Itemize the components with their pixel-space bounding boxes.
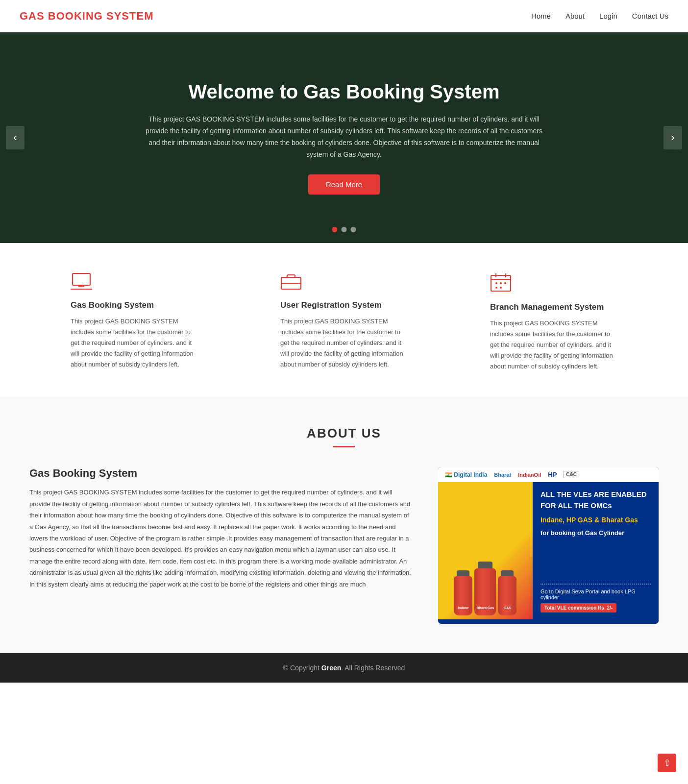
cylinder-body: Indane bbox=[454, 576, 472, 615]
lpg-text-block: ALL THE VLEs ARE ENABLED FOR ALL THE OMC… bbox=[541, 489, 651, 537]
cylinder-bharat: BharatGas bbox=[474, 562, 496, 615]
svg-point-10 bbox=[500, 282, 502, 284]
features-section: Gas Booking System This project GAS BOOK… bbox=[0, 243, 688, 396]
svg-point-13 bbox=[500, 287, 502, 289]
laptop-icon bbox=[71, 272, 198, 293]
feature-branch-mgmt-text: This project GAS BOOKING SYSTEM includes… bbox=[490, 318, 617, 372]
svg-point-11 bbox=[504, 282, 506, 284]
carousel-dot-1[interactable] bbox=[332, 227, 338, 232]
feature-user-reg-text: This project GAS BOOKING SYSTEM includes… bbox=[280, 316, 408, 370]
lpg-body: Indane BharatGas bbox=[438, 482, 659, 619]
feature-user-registration: User Registration System This project GA… bbox=[270, 272, 418, 372]
carousel-dot-2[interactable] bbox=[342, 227, 347, 232]
navbar-link-login[interactable]: Login bbox=[599, 12, 617, 20]
feature-user-reg-title: User Registration System bbox=[280, 300, 408, 310]
navbar: GAS BOOKING SYSTEM HomeAboutLoginContact… bbox=[0, 0, 688, 32]
footer-suffix: . All Rights Reserved bbox=[341, 664, 405, 672]
about-section: ABOUT US Gas Booking System This project… bbox=[0, 396, 688, 653]
cylinder-indane: Indane bbox=[454, 570, 472, 615]
cylinder-body-hp: GAS bbox=[498, 576, 516, 615]
feature-branch-management: Branch Management System This project GA… bbox=[480, 272, 627, 372]
svg-point-12 bbox=[495, 287, 497, 289]
carousel-prev-button[interactable]: ‹ bbox=[6, 126, 25, 149]
carousel-dots bbox=[332, 227, 356, 232]
hero-content: Welcome to Gas Booking System This proje… bbox=[123, 81, 565, 194]
navbar-brand: GAS BOOKING SYSTEM bbox=[20, 10, 153, 23]
about-title: Gas Booking System bbox=[29, 467, 414, 480]
navbar-link-about[interactable]: About bbox=[565, 12, 585, 20]
hero-section: Welcome to Gas Booking System This proje… bbox=[0, 32, 688, 243]
about-content: Gas Booking System This project GAS BOOK… bbox=[29, 467, 659, 624]
feature-gas-booking-text: This project GAS BOOKING SYSTEM includes… bbox=[71, 316, 198, 370]
read-more-button[interactable]: Read More bbox=[308, 174, 380, 195]
feature-branch-mgmt-title: Branch Management System bbox=[490, 302, 617, 312]
about-heading: ABOUT US bbox=[29, 426, 659, 441]
svg-point-9 bbox=[495, 282, 497, 284]
navbar-links: HomeAboutLoginContact Us bbox=[531, 12, 668, 21]
feature-gas-booking-title: Gas Booking System bbox=[71, 300, 198, 310]
svg-rect-0 bbox=[73, 273, 90, 285]
lpg-divider bbox=[541, 584, 651, 585]
bharat-logo: Bharat bbox=[494, 472, 511, 478]
hp-logo: HP bbox=[548, 471, 557, 478]
hero-title: Welcome to Gas Booking System bbox=[143, 81, 545, 103]
about-underline bbox=[333, 446, 355, 447]
feature-gas-booking: Gas Booking System This project GAS BOOK… bbox=[61, 272, 208, 372]
cylinder-group: Indane BharatGas bbox=[454, 562, 516, 615]
lpg-banner: 🇮🇳 Digital India Bharat IndianOil HP C&C… bbox=[438, 467, 659, 624]
about-body: This project GAS BOOKING SYSTEM includes… bbox=[29, 487, 414, 590]
lpg-right-panel: ALL THE VLEs ARE ENABLED FOR ALL THE OMC… bbox=[533, 482, 659, 619]
lpg-top-bar: 🇮🇳 Digital India Bharat IndianOil HP C&C bbox=[438, 467, 659, 482]
cylinder-top bbox=[457, 570, 469, 576]
calendar-icon bbox=[490, 272, 617, 294]
footer-copyright: © Copyright bbox=[283, 664, 321, 672]
navbar-link-home[interactable]: Home bbox=[531, 12, 551, 20]
briefcase-icon bbox=[280, 272, 408, 293]
cylinder-label: Indane bbox=[458, 606, 469, 610]
lpg-portal-text: Go to Digital Seva Portal and book LPG c… bbox=[541, 588, 651, 600]
about-text-column: Gas Booking System This project GAS BOOK… bbox=[29, 467, 414, 590]
cylinder-label-hp: GAS bbox=[504, 606, 511, 610]
lpg-commission: Total VLE commission Rs. 2/- bbox=[541, 603, 616, 612]
csc-logo: C&C bbox=[564, 471, 579, 478]
carousel-dot-3[interactable] bbox=[351, 227, 356, 232]
lpg-detail-text: for booking of Gas Cylinder bbox=[541, 529, 651, 537]
lpg-main-text: ALL THE VLEs ARE ENABLED FOR ALL THE OMC… bbox=[541, 489, 651, 511]
footer-brand: Green bbox=[321, 664, 341, 672]
footer: © Copyright Green. All Rights Reserved bbox=[0, 653, 688, 683]
indianoil-logo: IndianOil bbox=[518, 472, 541, 478]
cylinder-body-large: BharatGas bbox=[474, 568, 496, 615]
about-image-column: 🇮🇳 Digital India Bharat IndianOil HP C&C… bbox=[438, 467, 659, 624]
cylinder-top-hp bbox=[501, 570, 514, 576]
hero-text: This project GAS BOOKING SYSTEM includes… bbox=[143, 114, 545, 160]
cylinder-top-large bbox=[478, 562, 492, 568]
navbar-link-contact-us[interactable]: Contact Us bbox=[632, 12, 668, 20]
digital-india-logo: 🇮🇳 Digital India bbox=[445, 471, 487, 478]
lpg-sub-text: Indane, HP GAS & Bharat Gas bbox=[541, 515, 651, 525]
cylinder-hp: GAS bbox=[498, 570, 516, 615]
lpg-left-panel: Indane BharatGas bbox=[438, 482, 533, 619]
lpg-bottom-block: Go to Digital Seva Portal and book LPG c… bbox=[541, 580, 651, 612]
cylinder-label-bharat: BharatGas bbox=[477, 606, 494, 610]
carousel-next-button[interactable]: › bbox=[663, 126, 682, 149]
